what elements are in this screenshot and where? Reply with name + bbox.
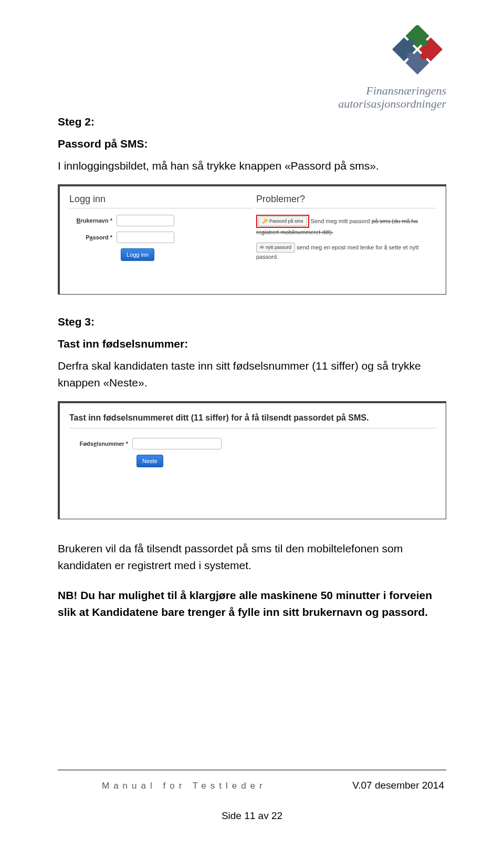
- after-text-1: Brukeren vil da få tilsendt passordet på…: [58, 540, 446, 574]
- footer-version: V.07 desember 2014: [352, 780, 444, 791]
- login-title: Logg inn: [69, 194, 253, 205]
- page-footer: Manual for Testleder V.07 desember 2014: [58, 770, 446, 791]
- sms-highlight-box: 🔑Passord på sms: [256, 215, 309, 228]
- header-logo: Finansnæringens autorisasjonsordninger: [338, 25, 446, 111]
- sms-help-text-1: Send meg mitt passord: [311, 217, 370, 224]
- footer-title: Manual for Testleder: [60, 781, 267, 791]
- nb-text: NB! Du har mulighet til å klargjøre alle…: [58, 587, 446, 621]
- step2-heading: Steg 2:: [58, 116, 446, 128]
- footer-divider: [58, 770, 446, 770]
- fodselsnummer-screenshot: Tast inn fødselsnummeret ditt (11 siffer…: [58, 401, 446, 519]
- sms-help-block: 🔑Passord på sms Send meg mitt passord på…: [256, 215, 436, 237]
- login-screenshot: Logg inn Brukernavn * Passord * Logg inn…: [58, 184, 446, 295]
- username-label: Brukernavn *: [69, 217, 117, 224]
- step3-heading: Steg 3:: [58, 316, 446, 328]
- new-password-button[interactable]: ✉nytt passord: [256, 243, 295, 253]
- panel2-heading: Tast inn fødselsnummeret ditt (11 siffer…: [69, 411, 436, 425]
- step3-subheading: Tast inn fødselsnummer:: [58, 338, 446, 350]
- logo-text: Finansnæringens autorisasjonsordninger: [338, 84, 446, 111]
- puzzle-logo-icon: [388, 25, 446, 78]
- fodselsnummer-label: Fødselsnummer *: [69, 441, 132, 447]
- login-button[interactable]: Logg inn: [121, 248, 154, 261]
- page-number: Side 11 av 22: [0, 810, 504, 822]
- divider: [69, 428, 436, 428]
- fodselsnummer-input[interactable]: [132, 438, 222, 449]
- divider: [69, 208, 253, 208]
- step2-subheading: Passord på SMS:: [58, 138, 446, 150]
- divider: [256, 208, 436, 208]
- password-input[interactable]: [117, 232, 174, 243]
- step2-text: I innloggingsbildet, må han så trykke kn…: [58, 158, 446, 175]
- step3-text: Derfra skal kandidaten taste inn sitt fø…: [58, 358, 446, 392]
- neste-button[interactable]: Neste: [136, 455, 163, 467]
- mail-icon: ✉: [260, 245, 264, 250]
- logo-text-line2: autorisasjonsordninger: [338, 97, 446, 110]
- newpass-help-block: ✉nytt passord send meg en epost med lenk…: [256, 243, 436, 262]
- logo-text-line1: Finansnæringens: [338, 84, 446, 97]
- password-label: Passord *: [69, 234, 117, 240]
- problems-title: Problemer?: [256, 194, 436, 205]
- key-icon: 🔑: [262, 218, 268, 224]
- username-input[interactable]: [117, 215, 174, 226]
- password-sms-button[interactable]: 🔑Passord på sms: [258, 216, 307, 227]
